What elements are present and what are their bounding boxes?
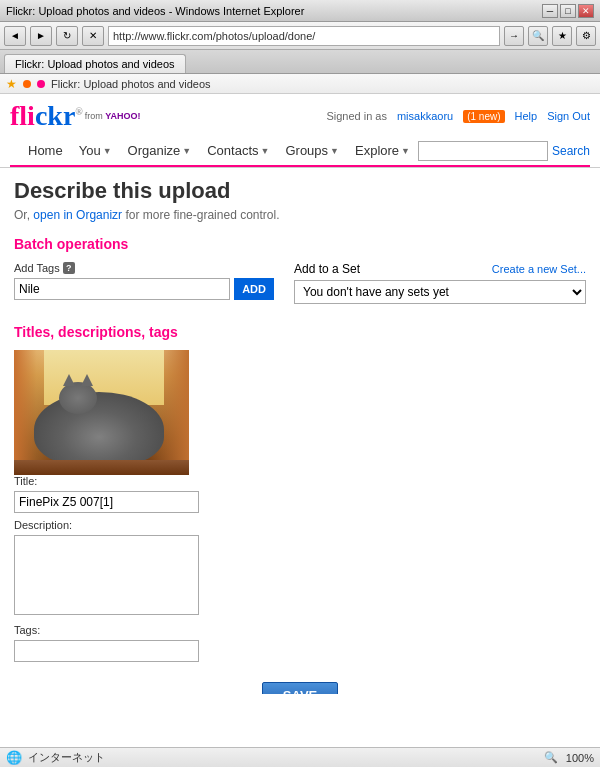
photo-cat-head — [59, 382, 97, 414]
nav-item-groups[interactable]: Groups ▼ — [277, 140, 347, 161]
titles-section-title: Titles, descriptions, tags — [14, 324, 586, 340]
favorites-star-icon: ★ — [6, 77, 17, 91]
nav-groups-label: Groups — [285, 143, 328, 158]
browser-toolbar: ◄ ► ↻ ✕ http://www.flickr.com/photos/upl… — [0, 22, 600, 50]
tags-label: Tags: — [14, 624, 586, 636]
nav-organize-arrow-icon: ▼ — [182, 146, 191, 156]
subtitle-suffix: for more fine-grained control. — [125, 208, 279, 222]
back-button[interactable]: ◄ — [4, 26, 26, 46]
tag-input[interactable] — [14, 278, 230, 300]
logo-fli: fli — [10, 100, 35, 131]
nav-search: Search — [418, 141, 590, 161]
nav-explore-label: Explore — [355, 143, 399, 158]
main-content: Describe this upload Or, open in Organiz… — [0, 168, 600, 694]
batch-operations: Add Tags ? ADD Add to a Set Create a new… — [14, 262, 586, 304]
browser-window: Flickr: Upload photos and videos - Windo… — [0, 0, 600, 694]
logo-text: flickr® — [10, 100, 83, 132]
refresh-button[interactable]: ↻ — [56, 26, 78, 46]
title-label: Title: — [14, 475, 586, 487]
nav-groups-arrow-icon: ▼ — [330, 146, 339, 156]
from-text: from — [85, 111, 103, 121]
page-scroll-container[interactable]: flickr® from YAHOO! Signed in as misakka… — [0, 94, 600, 694]
yahoo-text: YAHOO! — [105, 111, 140, 121]
close-button[interactable]: ✕ — [578, 4, 594, 18]
nav-you-label: You — [79, 143, 101, 158]
status-right: 🔍 100% — [544, 751, 594, 764]
logo-registered: ® — [75, 106, 82, 117]
nav-you-arrow-icon: ▼ — [103, 146, 112, 156]
nav-item-you[interactable]: You ▼ — [71, 140, 120, 161]
photo-section: Title: Description: Tags: — [14, 350, 586, 662]
tools-button[interactable]: ⚙ — [576, 26, 596, 46]
photo-cat-ear-right — [81, 374, 93, 386]
address-text: http://www.flickr.com/photos/upload/done… — [113, 30, 315, 42]
nav-home-label: Home — [28, 143, 63, 158]
photo-description-input[interactable] — [14, 535, 199, 615]
search-input[interactable] — [418, 141, 548, 161]
batch-right-panel: Add to a Set Create a new Set... You don… — [294, 262, 586, 304]
add-tags-label: Add Tags ? — [14, 262, 274, 274]
status-zone-text: インターネット — [28, 750, 105, 765]
minimize-button[interactable]: ─ — [542, 4, 558, 18]
nav-explore-arrow-icon: ▼ — [401, 146, 410, 156]
open-in-organizr-link[interactable]: open in Organizr — [33, 208, 122, 222]
tag-input-row: ADD — [14, 278, 274, 300]
nav-item-explore[interactable]: Explore ▼ — [347, 140, 418, 161]
help-link[interactable]: Help — [515, 110, 538, 122]
nav-item-home[interactable]: Home — [20, 140, 71, 161]
page-subtitle: Or, open in Organizr for more fine-grain… — [14, 208, 586, 222]
nav-item-contacts[interactable]: Contacts ▼ — [199, 140, 277, 161]
favorites-button[interactable]: ★ — [552, 26, 572, 46]
photo-cat-ear-left — [63, 374, 75, 386]
tab-label: Flickr: Upload photos and videos — [15, 58, 175, 70]
forward-button[interactable]: ► — [30, 26, 52, 46]
stop-button[interactable]: ✕ — [82, 26, 104, 46]
search-toolbar-button[interactable]: 🔍 — [528, 26, 548, 46]
nav-contacts-label: Contacts — [207, 143, 258, 158]
favorites-item-label[interactable]: Flickr: Upload photos and videos — [51, 78, 211, 90]
flickr-pink-dot-icon — [37, 80, 45, 88]
batch-left-panel: Add Tags ? ADD — [14, 262, 274, 300]
page-title: Describe this upload — [14, 178, 586, 204]
maximize-button[interactable]: □ — [560, 4, 576, 18]
browser-statusbar: 🌐 インターネット 🔍 100% — [0, 747, 600, 767]
logo-ckr: ckr — [35, 100, 75, 131]
photo-title-input[interactable] — [14, 491, 199, 513]
nav-contacts-arrow-icon: ▼ — [261, 146, 270, 156]
browser-tabs: Flickr: Upload photos and videos — [0, 50, 600, 74]
flickr-user-bar: Signed in as misakkaoru (1 new) Help Sig… — [326, 110, 590, 123]
globe-icon: 🌐 — [6, 750, 22, 765]
photo-cat-body — [34, 392, 164, 467]
photo-cat-shape — [34, 392, 164, 467]
save-section: SAVE Or, save and edit this photo with P… — [14, 682, 586, 694]
nav-item-organize[interactable]: Organize ▼ — [120, 140, 200, 161]
username-link[interactable]: misakkaoru — [397, 110, 453, 122]
photo-tags-input[interactable] — [14, 640, 199, 662]
add-tags-text: Add Tags — [14, 262, 60, 274]
subtitle-or-text: Or, — [14, 208, 30, 222]
save-button[interactable]: SAVE — [262, 682, 338, 694]
browser-titlebar: Flickr: Upload photos and videos - Windo… — [0, 0, 600, 22]
add-to-set-label: Add to a Set — [294, 262, 360, 276]
flickr-nav: Home You ▼ Organize ▼ Contacts ▼ — [10, 136, 590, 167]
add-tag-button[interactable]: ADD — [234, 278, 274, 300]
flickr-page: flickr® from YAHOO! Signed in as misakka… — [0, 94, 600, 694]
flickr-top-bar: flickr® from YAHOO! Signed in as misakka… — [10, 100, 590, 132]
go-button[interactable]: → — [504, 26, 524, 46]
window-controls: ─ □ ✕ — [542, 4, 594, 18]
address-bar[interactable]: http://www.flickr.com/photos/upload/done… — [108, 26, 500, 46]
browser-title: Flickr: Upload photos and videos - Windo… — [6, 5, 304, 17]
search-button[interactable]: Search — [552, 144, 590, 158]
yahoo-badge: from YAHOO! — [85, 111, 141, 121]
active-tab[interactable]: Flickr: Upload photos and videos — [4, 54, 186, 73]
zoom-icon: 🔍 — [544, 751, 558, 764]
set-select[interactable]: You don't have any sets yet — [294, 280, 586, 304]
description-label: Description: — [14, 519, 586, 531]
signed-in-text: Signed in as — [326, 110, 387, 122]
create-set-link[interactable]: Create a new Set... — [492, 263, 586, 275]
status-left: 🌐 インターネット — [6, 750, 105, 765]
mail-badge[interactable]: (1 new) — [463, 110, 504, 123]
add-tags-help-icon[interactable]: ? — [63, 262, 75, 274]
sign-out-link[interactable]: Sign Out — [547, 110, 590, 122]
photo-thumbnail — [14, 350, 189, 475]
